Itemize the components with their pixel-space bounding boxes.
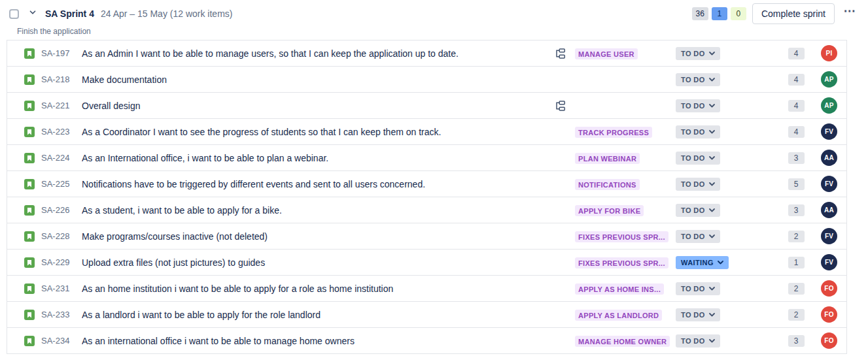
issue-summary[interactable]: As an International office, i want to be… [82, 153, 553, 163]
todo-count-badge: 36 [692, 7, 708, 20]
story-points-badge[interactable]: 2 [788, 309, 805, 321]
epic-label[interactable]: APPLY AS HOME INS... [575, 283, 664, 295]
avatar[interactable]: FV [821, 123, 837, 140]
sprint-collapse-button[interactable] [26, 7, 39, 20]
issue-summary[interactable]: As an international office i want to be … [82, 336, 553, 346]
chevron-down-icon [709, 78, 715, 82]
issue-summary[interactable]: Make programs/courses inactive (not dele… [82, 231, 553, 242]
issue-summary[interactable]: Upload extra files (not just pictures) t… [82, 257, 553, 268]
epic-label[interactable]: TRACK PROGRESS [575, 127, 652, 138]
story-points-badge[interactable]: 4 [788, 100, 805, 112]
work-item-row[interactable]: SA-221 Overall design TO DO 4 AP [7, 93, 846, 119]
status-dropdown[interactable]: TO DO [676, 204, 720, 217]
story-type-icon [24, 310, 35, 320]
status-dropdown[interactable]: TO DO [676, 99, 720, 112]
work-item-row[interactable]: SA-234 As an international office i want… [7, 328, 846, 354]
epic-label[interactable]: PLAN WEBINAR [575, 153, 640, 164]
issue-summary[interactable]: As a student, i want to be able to apply… [82, 205, 553, 216]
issue-summary[interactable]: Overall design [82, 101, 553, 111]
epic-label[interactable]: APPLY AS LANDLORD [575, 310, 662, 321]
status-dropdown[interactable]: TO DO [676, 334, 720, 348]
status-dropdown[interactable]: TO DO [676, 282, 720, 295]
story-points-badge[interactable]: 2 [788, 231, 805, 242]
issue-key: SA-231 [41, 283, 74, 293]
status-label: TO DO [681, 128, 705, 136]
avatar[interactable]: FO [821, 306, 837, 323]
avatar[interactable]: AP [821, 71, 837, 88]
story-points-badge[interactable]: 1 [788, 257, 805, 268]
avatar[interactable]: AA [821, 150, 837, 166]
chevron-down-icon [709, 208, 715, 212]
epic-label[interactable]: FIXES PREVIOUS SPR... [575, 257, 668, 268]
issue-key: SA-221 [41, 101, 74, 110]
status-label: TO DO [681, 180, 705, 188]
status-dropdown[interactable]: TO DO [676, 178, 720, 191]
status-label: TO DO [681, 154, 705, 162]
more-actions-button[interactable]: ⋯ [841, 3, 859, 24]
work-item-row[interactable]: SA-218 Make documentation TO DO 4 AP [7, 67, 846, 93]
work-item-list: SA-197 As an Admin I want to be able to … [7, 40, 847, 354]
work-item-row[interactable]: SA-224 As an International office, i wan… [7, 145, 846, 171]
work-item-row[interactable]: SA-223 As a Coordinator I want to see th… [7, 119, 846, 145]
status-dropdown[interactable]: TO DO [676, 152, 720, 165]
issue-key: SA-224 [41, 153, 74, 163]
work-item-row[interactable]: SA-197 As an Admin I want to be able to … [7, 40, 846, 67]
hierarchy-icon[interactable] [553, 101, 567, 111]
status-dropdown[interactable]: TO DO [676, 230, 720, 243]
work-item-row[interactable]: SA-229 Upload extra files (not just pict… [7, 250, 846, 276]
avatar[interactable]: AP [821, 97, 837, 114]
epic-label[interactable]: NOTIFICATIONS [575, 179, 640, 190]
sprint-select-checkbox[interactable] [9, 9, 19, 19]
issue-summary[interactable]: Notifications have to be triggered by di… [82, 179, 553, 189]
epic-label[interactable]: FIXES PREVIOUS SPR... [575, 231, 668, 242]
status-dropdown[interactable]: TO DO [676, 47, 720, 60]
issue-key: SA-197 [41, 48, 74, 58]
issue-summary[interactable]: As an Admin I want to be able to manage … [82, 48, 553, 59]
avatar[interactable]: FO [821, 332, 837, 349]
issue-summary[interactable]: As a Coordinator I want to see the progr… [82, 127, 553, 137]
avatar[interactable]: FO [821, 280, 837, 297]
status-dropdown[interactable]: WAITING [676, 256, 729, 269]
avatar[interactable]: AA [821, 202, 837, 218]
issue-summary[interactable]: As a landlord i want to be able to apply… [82, 310, 553, 320]
work-item-row[interactable]: SA-231 As an home institution i want to … [7, 276, 846, 302]
done-count-badge: 0 [731, 7, 746, 20]
story-type-icon [24, 74, 35, 85]
status-dropdown[interactable]: TO DO [676, 73, 720, 86]
story-points-badge[interactable]: 4 [788, 48, 805, 59]
story-points-badge[interactable]: 3 [788, 204, 805, 216]
story-points-badge[interactable]: 2 [788, 283, 805, 295]
epic-label[interactable]: MANAGE HOME OWNER [575, 336, 670, 347]
epic-label[interactable]: MANAGE USER [575, 48, 638, 59]
work-item-row[interactable]: SA-228 Make programs/courses inactive (n… [7, 223, 846, 250]
status-label: TO DO [681, 76, 705, 84]
status-label: TO DO [681, 50, 705, 57]
work-item-row[interactable]: SA-233 As a landlord i want to be able t… [7, 302, 846, 328]
story-points-badge[interactable]: 5 [788, 178, 805, 190]
avatar[interactable]: FV [821, 176, 837, 192]
issue-key: SA-228 [41, 231, 74, 241]
sprint-count-badges: 36 1 0 [692, 7, 746, 20]
status-dropdown[interactable]: TO DO [676, 308, 720, 321]
chevron-down-icon [709, 130, 715, 134]
story-points-badge[interactable]: 4 [788, 126, 805, 138]
hierarchy-icon[interactable] [553, 48, 567, 59]
epic-label[interactable]: APPLY FOR BIKE [575, 205, 644, 216]
avatar[interactable]: PI [821, 45, 837, 61]
complete-sprint-button[interactable]: Complete sprint [752, 3, 835, 24]
status-dropdown[interactable]: TO DO [676, 125, 720, 138]
story-points-badge[interactable]: 3 [788, 152, 805, 164]
avatar[interactable]: FV [821, 254, 837, 270]
chevron-down-icon [709, 287, 715, 291]
story-type-icon [24, 336, 35, 346]
work-item-row[interactable]: SA-226 As a student, i want to be able t… [7, 197, 846, 223]
issue-summary[interactable]: Make documentation [82, 74, 553, 85]
story-type-icon [24, 101, 35, 111]
ellipsis-icon: ⋯ [844, 4, 856, 18]
story-type-icon [24, 48, 35, 59]
work-item-row[interactable]: SA-225 Notifications have to be triggere… [7, 171, 846, 197]
avatar[interactable]: FV [821, 228, 837, 244]
story-points-badge[interactable]: 3 [788, 335, 805, 347]
issue-summary[interactable]: As an home institution i want to be able… [82, 283, 553, 294]
story-points-badge[interactable]: 4 [788, 74, 805, 86]
